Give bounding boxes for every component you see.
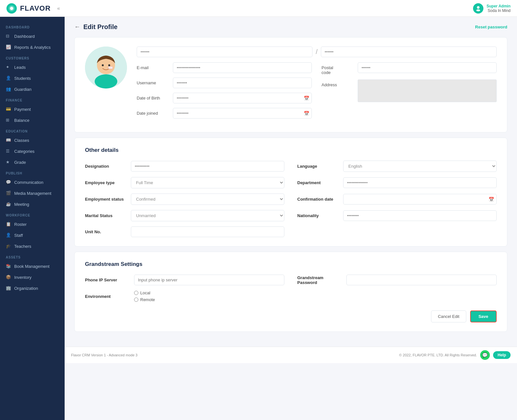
top-header: FLAVOR « Super Admin Soda In Mind bbox=[0, 0, 517, 17]
sidebar-item-inventory[interactable]: 📦 Inventory bbox=[0, 272, 65, 283]
employee-type-select[interactable]: Full Time Part Time Contract bbox=[131, 177, 284, 188]
sidebar-section-finance: FINANCE bbox=[0, 95, 65, 104]
designation-input[interactable] bbox=[131, 161, 284, 172]
sidebar-item-classes[interactable]: 📖 Classes bbox=[0, 135, 65, 146]
radio-local-label: Local bbox=[140, 290, 150, 295]
sidebar-item-balance[interactable]: ⊞ Balance bbox=[0, 115, 65, 126]
svg-point-7 bbox=[102, 64, 104, 66]
sidebar-item-grade[interactable]: ★ Grade bbox=[0, 157, 65, 168]
username-input[interactable] bbox=[173, 78, 312, 88]
whatsapp-button[interactable]: 💬 bbox=[480, 350, 490, 360]
unit-no-label: Unit No. bbox=[85, 229, 127, 234]
sidebar-item-roster[interactable]: 📋 Roster bbox=[0, 219, 65, 230]
sidebar-section-customers: CUSTOMERS bbox=[0, 53, 65, 62]
book-management-icon: 📚 bbox=[6, 264, 11, 269]
nationality-input[interactable] bbox=[343, 210, 497, 221]
sidebar-item-communication[interactable]: 💬 Communication bbox=[0, 177, 65, 188]
sidebar: DASHBOARD ⊟ Dashboard 📈 Reports & Analyt… bbox=[0, 17, 65, 420]
grandstream-password-input[interactable]: •••••• bbox=[346, 275, 497, 285]
marital-status-select[interactable]: Unmarried Married Divorced bbox=[131, 210, 284, 221]
sidebar-item-book-management[interactable]: 📚 Book Management bbox=[0, 261, 65, 272]
environment-row: Environment Local Remote bbox=[85, 290, 284, 302]
collapse-button[interactable]: « bbox=[57, 5, 60, 11]
marital-status-label: Marital Status bbox=[85, 213, 127, 218]
sidebar-item-students[interactable]: 👤 Students bbox=[0, 73, 65, 84]
sidebar-section-publish: PUBLISH bbox=[0, 168, 65, 177]
reset-password-button[interactable]: Reset password bbox=[475, 25, 507, 29]
dob-calendar-icon: 📅 bbox=[304, 96, 309, 101]
profile-top: / E-mail bbox=[85, 47, 497, 123]
username-label: Username bbox=[137, 78, 169, 85]
sidebar-label-organization: Organization bbox=[14, 286, 38, 291]
sidebar-item-organization[interactable]: 🏢 Organization bbox=[0, 283, 65, 294]
postal-code-label: Postalcode bbox=[322, 62, 354, 75]
meeting-icon: ☕ bbox=[6, 202, 11, 207]
confirmation-date-calendar-icon: 📅 bbox=[489, 197, 494, 202]
whatsapp-icon: 💬 bbox=[482, 352, 488, 358]
confirmation-date-input[interactable]: 01/04/2021 bbox=[343, 194, 497, 205]
phone-ip-input[interactable] bbox=[134, 275, 284, 285]
language-select[interactable]: English Malay Chinese Tamil bbox=[343, 161, 497, 172]
user-name: Soda In Mind bbox=[487, 8, 511, 13]
sidebar-item-meeting[interactable]: ☕ Meeting bbox=[0, 199, 65, 210]
employee-type-row: Employee type Full Time Part Time Contra… bbox=[85, 177, 284, 188]
guardian-icon: 👥 bbox=[6, 87, 11, 92]
right-fields: Postalcode Address •••••••• bbox=[322, 62, 497, 123]
department-label: Department bbox=[297, 180, 339, 185]
sidebar-label-leads: Leads bbox=[14, 65, 26, 70]
help-button[interactable]: Help bbox=[493, 351, 511, 359]
back-button[interactable]: ← bbox=[74, 24, 80, 30]
language-label: Language bbox=[297, 164, 339, 169]
payment-icon: 💳 bbox=[6, 107, 11, 112]
form-actions: Cancel Edit Save bbox=[85, 305, 497, 322]
address-label: Address bbox=[322, 79, 354, 87]
profile-form-layout: E-mail Username bbox=[137, 62, 497, 123]
email-input[interactable] bbox=[173, 62, 312, 73]
categories-icon: ☰ bbox=[6, 149, 11, 154]
sidebar-label-book-management: Book Management bbox=[14, 264, 49, 269]
other-details-title: Other details bbox=[85, 147, 497, 153]
employment-status-select[interactable]: Confirmed Probation Resigned bbox=[131, 194, 284, 205]
date-joined-calendar-icon: 📅 bbox=[304, 111, 309, 116]
designation-row: Designation bbox=[85, 161, 284, 172]
left-fields: E-mail Username bbox=[137, 62, 312, 123]
nationality-row: Nationality bbox=[297, 210, 497, 221]
radio-remote-input[interactable] bbox=[134, 298, 138, 302]
sidebar-item-teachers[interactable]: 🎓 Teachers bbox=[0, 241, 65, 252]
radio-remote[interactable]: Remote bbox=[134, 297, 284, 302]
sidebar-item-leads[interactable]: ✦ Leads bbox=[0, 62, 65, 73]
postal-code-input[interactable] bbox=[358, 62, 497, 73]
dob-input[interactable] bbox=[173, 93, 312, 103]
inventory-icon: 📦 bbox=[6, 275, 11, 280]
unit-no-input[interactable]: 01 bbox=[131, 226, 284, 237]
sidebar-item-staff[interactable]: 👤 Staff bbox=[0, 230, 65, 241]
page-title: Edit Profile bbox=[83, 23, 118, 31]
sidebar-item-guardian[interactable]: 👥 Guardian bbox=[0, 84, 65, 95]
sidebar-item-dashboard[interactable]: ⊟ Dashboard bbox=[0, 31, 65, 42]
svg-point-3 bbox=[476, 9, 480, 11]
sidebar-item-payment[interactable]: 💳 Payment bbox=[0, 104, 65, 115]
last-name-input[interactable] bbox=[321, 47, 497, 57]
logo-text: FLAVOR bbox=[20, 4, 51, 13]
sidebar-item-reports[interactable]: 📈 Reports & Analytics bbox=[0, 42, 65, 53]
svg-point-5 bbox=[95, 74, 117, 89]
sidebar-item-categories[interactable]: ☰ Categories bbox=[0, 146, 65, 157]
save-button[interactable]: Save bbox=[470, 310, 497, 322]
radio-local-input[interactable] bbox=[134, 291, 138, 295]
confirmation-date-label: Confirmation date bbox=[297, 197, 339, 202]
organization-icon: 🏢 bbox=[6, 286, 11, 291]
sidebar-item-media[interactable]: 🎬 Media Management bbox=[0, 188, 65, 199]
page-header: ← Edit Profile Reset password bbox=[74, 23, 507, 31]
first-name-input[interactable] bbox=[137, 47, 312, 57]
date-joined-input[interactable] bbox=[173, 108, 312, 119]
footer-copyright: © 2022, FLAVOR PTE. LTD. All Rights Rese… bbox=[399, 353, 477, 357]
name-slash: / bbox=[316, 48, 318, 56]
date-joined-row: Date joined 📅 bbox=[137, 108, 312, 119]
postal-code-row: Postalcode bbox=[322, 62, 497, 75]
radio-local[interactable]: Local bbox=[134, 290, 284, 295]
department-input[interactable] bbox=[343, 177, 497, 188]
sidebar-label-reports: Reports & Analytics bbox=[14, 45, 51, 50]
address-input[interactable]: •••••••• bbox=[358, 79, 497, 102]
cancel-edit-button[interactable]: Cancel Edit bbox=[431, 310, 466, 322]
user-role: Super Admin bbox=[487, 4, 511, 8]
